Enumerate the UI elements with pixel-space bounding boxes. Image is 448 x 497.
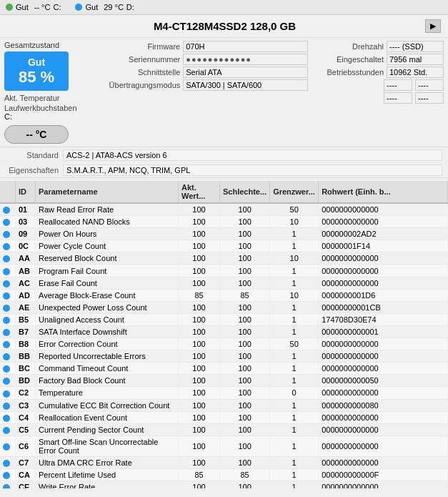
row-akt: 100 [179,228,220,240]
page-title: M4-CT128M4SSD2 128,0 GB [24,20,425,32]
table-row[interactable]: C2 Temperature 100 100 0 0000000000000 [0,387,448,399]
table-row[interactable]: C4 Reallocation Event Count 100 100 1 00… [0,411,448,423]
status-dot-icon [3,305,10,312]
laufwerkbuchstaben-label: Laufwerkbuchstaben [4,104,77,112]
uebertragungsmodus-label: Übertragungsmodus [86,81,183,89]
row-id: AA [16,252,36,265]
table-row[interactable]: CE Write Error Rate 100 100 1 0000000000… [0,481,448,488]
schnittstelle-value: Serial ATA [183,67,308,78]
eigenschaften-label: Eigenschaften [6,166,63,174]
status-dot-icon [3,219,10,226]
table-row[interactable]: AE Unexpected Power Loss Count 100 100 1… [0,301,448,313]
eingeschaltet-label: Eingeschaltet [337,55,387,64]
row-dot [0,265,16,277]
drive-c-gut: Gut [16,3,29,11]
seriennummer-value: ●●●●●●●●●●●● [183,54,308,65]
table-row[interactable]: AA Reserved Block Count 100 100 10 00000… [0,252,448,265]
row-id: BB [16,350,36,363]
row-raw: 0000000000000 [319,481,448,488]
table-row[interactable]: AD Average Block-Erase Count 85 85 10 00… [0,289,448,301]
row-dot [0,423,16,436]
row-raw: 0000000000050 [319,375,448,387]
row-dot [0,252,16,265]
drehzahl-row: Drehzahl ---- (SSD) [312,41,444,52]
row-akt: 85 [179,468,220,481]
status-dot-icon [3,415,10,422]
table-row[interactable]: B8 Error Correction Count 100 100 50 000… [0,338,448,350]
row-id: AB [16,265,36,277]
table-row[interactable]: C7 Ultra DMA CRC Error Rate 100 100 1 00… [0,456,448,468]
table-row[interactable]: AB Program Fail Count 100 100 1 00000000… [0,265,448,277]
row-id: B8 [16,338,36,350]
row-raw: 0000000000000 [319,252,448,265]
row-raw: 0000000000000 [319,423,448,436]
row-akt: 100 [179,481,220,488]
row-id: C6 [16,436,36,456]
table-row[interactable]: C3 Cumulative ECC Bit Correction Count 1… [0,399,448,411]
table-row[interactable]: 03 Reallocated NAND Blocks 100 100 10 00… [0,216,448,228]
status-dot-icon [3,403,10,410]
row-name: Reported Uncorrectable Errors [36,350,179,363]
right-dash4: ---- [415,92,444,104]
status-dot-icon [3,292,10,300]
table-row[interactable]: 0C Power Cycle Count 100 100 1 00000001F… [0,240,448,252]
row-grenz: 1 [270,468,319,481]
row-bad: 100 [220,325,270,338]
status-dot-icon [3,484,10,488]
row-bad: 100 [220,216,270,228]
row-grenz: 0 [270,387,319,399]
seriennummer-row: Seriennummer ●●●●●●●●●●●● [86,54,308,65]
standard-label: Standard [6,151,63,159]
row-grenz: 1 [270,265,319,277]
row-bad: 100 [220,313,270,325]
schnittstelle-label: Schnittstelle [86,68,183,77]
seriennummer-label: Seriennummer [86,55,183,64]
row-raw: 0000000000000 [319,411,448,423]
table-row[interactable]: 01 Raw Read Error Rate 100 100 50 000000… [0,203,448,216]
row-dot [0,289,16,301]
row-bad: 100 [220,350,270,363]
row-grenz: 1 [270,325,319,338]
table-row[interactable]: 09 Power On Hours 100 100 1 000000002AD2 [0,228,448,240]
table-row[interactable]: C6 Smart Off-line Scan Uncorrectable Err… [0,436,448,456]
col-dot [0,181,16,203]
status-dot-icon [3,460,10,467]
row-name: Factory Bad Block Count [36,375,179,387]
status-dot-icon [3,390,10,398]
table-row[interactable]: BD Factory Bad Block Count 100 100 1 000… [0,375,448,387]
row-bad: 100 [220,481,270,488]
row-bad: 85 [220,468,270,481]
row-name: Current Pending Sector Count [36,423,179,436]
title-bar: M4-CT128M4SSD2 128,0 GB ▶ [0,15,448,38]
row-id: 03 [16,216,36,228]
status-dot-icon [3,231,10,238]
row-raw: 0000000000001 [319,325,448,338]
row-grenz: 1 [270,350,319,363]
row-akt: 85 [179,289,220,301]
row-raw: 00000001F14 [319,240,448,252]
table-row[interactable]: CA Percent Lifetime Used 85 85 1 0000000… [0,468,448,481]
table-row[interactable]: C5 Current Pending Sector Count 100 100 … [0,423,448,436]
title-button[interactable]: ▶ [425,19,441,33]
row-dot [0,277,16,289]
row-name: Ultra DMA CRC Error Rate [36,456,179,468]
table-row[interactable]: AC Erase Fail Count 100 100 1 0000000000… [0,277,448,289]
status-dot-icon [3,443,10,451]
betriebsstunden-label: Betriebsstunden [327,68,387,77]
row-dot [0,301,16,313]
table-row[interactable]: BB Reported Uncorrectable Errors 100 100… [0,350,448,363]
row-grenz: 1 [270,436,319,456]
table-row[interactable]: BC Command Timeout Count 100 100 1 00000… [0,363,448,375]
row-id: C3 [16,399,36,411]
drive-c-letter: C: [53,3,61,11]
status-percent: 85 % [19,68,54,87]
eigenschaften-row: Eigenschaften S.M.A.R.T., APM, NCQ, TRIM… [0,162,448,177]
temp-button[interactable]: -- °C [4,125,69,144]
standard-row: Standard ACS-2 | ATA8-ACS version 6 [0,147,448,162]
drive-c-status: Gut -- °C C: [6,3,61,11]
table-row[interactable]: B7 SATA Interface Downshift 100 100 1 00… [0,325,448,338]
table-row[interactable]: B5 Unaligned Access Count 100 100 1 1747… [0,313,448,325]
row-akt: 100 [179,203,220,216]
status-dot-icon [3,255,10,262]
eigenschaften-value: S.M.A.R.T., APM, NCQ, TRIM, GPL [63,164,442,176]
